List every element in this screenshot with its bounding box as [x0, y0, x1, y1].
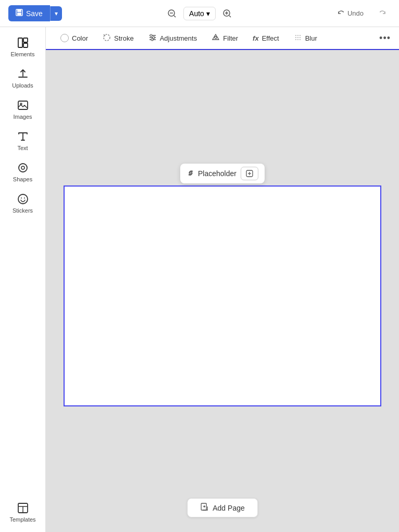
zoom-value: Auto: [189, 9, 204, 18]
svg-point-33: [295, 35, 296, 36]
placeholder-label-container: Placeholder: [186, 169, 236, 179]
zoom-select[interactable]: Auto ▾: [183, 7, 216, 20]
toolbar-adjustments[interactable]: Adjustments: [142, 30, 204, 46]
sidebar-label-stickers: Stickers: [13, 207, 33, 214]
redo-button[interactable]: [374, 7, 391, 20]
blur-icon: [294, 33, 302, 43]
more-icon: •••: [379, 33, 391, 43]
content-area: Color Stroke: [46, 27, 399, 532]
shapes-icon: [17, 162, 29, 174]
toolbar-more-button[interactable]: •••: [379, 33, 391, 44]
placeholder-popup: Placeholder: [180, 164, 265, 183]
canvas-area: Placeholder: [46, 50, 399, 532]
adjustments-icon: [148, 33, 157, 43]
svg-point-32: [215, 36, 217, 39]
stroke-icon: [103, 33, 111, 43]
sidebar: Elements Uploads Images: [0, 27, 46, 532]
toolbar-color-label: Color: [72, 34, 88, 42]
sidebar-item-uploads[interactable]: Uploads: [0, 63, 45, 94]
text-icon: [17, 130, 29, 143]
save-dropdown-button[interactable]: ▾: [50, 6, 62, 21]
svg-rect-13: [18, 101, 28, 109]
add-page-label: Add Page: [213, 504, 245, 512]
svg-point-18: [21, 197, 22, 199]
color-circle-icon: [60, 34, 69, 42]
toolbar-adjustments-label: Adjustments: [160, 34, 197, 42]
sidebar-item-elements[interactable]: Elements: [0, 31, 45, 63]
topbar-right: Undo: [333, 7, 391, 20]
main-layout: Elements Uploads Images: [0, 27, 399, 532]
link-icon: [186, 169, 195, 179]
toolbar-effect[interactable]: fx Effect: [246, 31, 285, 45]
svg-point-17: [18, 194, 28, 204]
placeholder-add-button[interactable]: [241, 167, 258, 180]
svg-point-30: [151, 39, 153, 41]
svg-point-38: [300, 37, 301, 38]
undo-button[interactable]: Undo: [333, 7, 368, 20]
image-icon: [17, 99, 29, 112]
zoom-chevron-icon: ▾: [206, 9, 210, 18]
svg-point-39: [295, 39, 296, 40]
toolbar-filter[interactable]: Filter: [205, 30, 244, 46]
sidebar-label-images: Images: [13, 114, 32, 120]
svg-line-5: [174, 16, 176, 17]
add-page-button[interactable]: Add Page: [187, 498, 258, 517]
sidebar-label-uploads: Uploads: [12, 82, 33, 89]
svg-rect-12: [23, 43, 28, 47]
svg-line-9: [229, 16, 231, 17]
sidebar-label-text: Text: [17, 145, 28, 151]
chevron-down-icon: ▾: [55, 10, 58, 17]
toolbar-blur[interactable]: Blur: [288, 30, 323, 46]
upload-icon: [17, 68, 29, 80]
sidebar-item-stickers[interactable]: Stickers: [0, 188, 45, 219]
toolbar-stroke-label: Stroke: [114, 34, 134, 42]
svg-point-19: [24, 197, 25, 199]
toolbar-effect-label: Effect: [262, 34, 279, 42]
svg-point-29: [153, 36, 155, 39]
svg-rect-10: [18, 38, 22, 47]
effect-icon: fx: [253, 34, 259, 42]
toolbar: Color Stroke: [46, 27, 399, 50]
undo-label: Undo: [347, 9, 364, 17]
svg-rect-11: [23, 38, 28, 42]
svg-point-41: [300, 39, 301, 40]
stickers-icon: [17, 193, 29, 205]
sidebar-label-shapes: Shapes: [13, 176, 32, 182]
toolbar-blur-label: Blur: [305, 34, 317, 42]
elements-icon: [17, 36, 29, 49]
zoom-out-button[interactable]: [165, 6, 179, 21]
topbar-left: Save ▾: [8, 5, 62, 21]
add-page-icon: [200, 503, 208, 513]
placeholder-text: Placeholder: [198, 169, 236, 178]
toolbar-filter-label: Filter: [223, 34, 238, 42]
topbar: Save ▾ Auto ▾: [0, 0, 399, 27]
zoom-in-button[interactable]: [220, 6, 234, 21]
svg-point-37: [297, 37, 298, 38]
save-label: Save: [26, 9, 43, 18]
svg-point-34: [297, 35, 298, 36]
sidebar-label-elements: Elements: [11, 51, 35, 57]
svg-point-16: [21, 166, 24, 169]
svg-rect-2: [17, 13, 21, 15]
sidebar-item-shapes[interactable]: Shapes: [0, 156, 45, 188]
add-page-bar: Add Page: [187, 498, 258, 517]
filter-icon: [211, 33, 220, 43]
save-icon: [16, 9, 23, 18]
svg-point-40: [297, 39, 298, 40]
sidebar-label-templates: Templates: [9, 516, 35, 523]
svg-rect-1: [17, 9, 21, 12]
toolbar-stroke[interactable]: Stroke: [96, 30, 140, 46]
toolbar-color[interactable]: Color: [54, 31, 94, 45]
topbar-center: Auto ▾: [165, 6, 234, 21]
svg-point-28: [150, 34, 152, 36]
save-button[interactable]: Save: [8, 5, 50, 21]
canvas-box: [64, 185, 381, 406]
sidebar-item-templates[interactable]: Templates: [0, 497, 45, 528]
sidebar-item-text[interactable]: Text: [0, 125, 45, 156]
sidebar-item-images[interactable]: Images: [0, 94, 45, 125]
svg-point-36: [295, 37, 296, 38]
svg-point-35: [300, 35, 301, 36]
svg-point-15: [19, 164, 27, 172]
templates-icon: [17, 502, 29, 514]
